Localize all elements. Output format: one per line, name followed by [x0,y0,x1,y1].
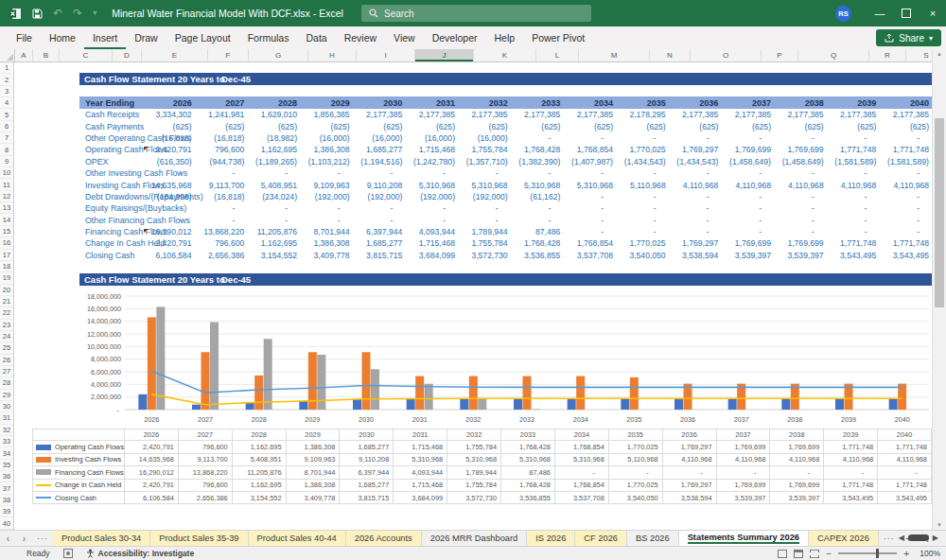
year-header-cell[interactable]: 2031 [405,98,458,108]
value-cell[interactable]: (625) [616,122,669,131]
undo-icon[interactable]: ↶ [53,8,62,19]
more-sheets-icon[interactable]: ··· [879,534,900,543]
value-cell[interactable]: 6,106,584 [142,251,195,260]
value-cell[interactable]: - [616,216,669,225]
row-header-1[interactable]: 1 [0,62,13,74]
value-cell[interactable]: (1,407,987) [563,157,616,166]
value-cell[interactable]: 3,538,594 [669,251,722,260]
value-cell[interactable]: - [511,133,564,143]
value-cell[interactable]: 1,856,385 [300,110,353,119]
macro-record-icon[interactable] [63,549,73,558]
sheet-nav-left-icon[interactable]: ‹ [0,534,16,544]
row-header-36[interactable]: 36 [0,471,13,482]
year-header-cell[interactable]: 2040 [879,98,932,108]
value-cell[interactable]: (192,000) [353,192,406,201]
value-cell[interactable]: - [827,133,880,143]
column-header-P[interactable]: P [762,49,798,61]
value-cell[interactable]: 1,771,748 [879,238,932,248]
sheet-tab-product-sales-30-34[interactable]: Product Sales 30-34 [53,531,150,546]
value-cell[interactable]: 2,656,386 [195,251,248,260]
value-cell[interactable]: 1,768,428 [511,238,564,248]
value-cell[interactable]: - [879,203,932,213]
column-header-M[interactable]: M [579,49,650,61]
year-header-cell[interactable]: 2036 [669,98,722,108]
ribbon-tab-page-layout[interactable]: Page Layout [166,26,239,49]
row-header-16[interactable]: 16 [0,237,13,249]
statement-title-banner[interactable]: Cash Flow Statement 20 Years to Dec-45 [79,73,932,85]
value-cell[interactable]: (1,434,543) [669,157,722,166]
value-cell[interactable]: 14,635,968 [142,181,195,190]
value-cell[interactable]: 2,177,385 [563,110,616,119]
ribbon-tab-file[interactable]: File [8,26,41,49]
value-cell[interactable]: - [405,216,458,225]
row-label[interactable]: Closing Cash [79,251,142,260]
zoom-slider-thumb[interactable] [876,549,879,558]
value-cell[interactable]: - [879,192,932,201]
row-label[interactable]: OPEX [79,157,142,166]
page-break-view-icon[interactable] [810,550,819,558]
value-cell[interactable]: 2,420,791 [142,238,195,248]
page-layout-view-icon[interactable] [794,550,803,558]
zoom-in-icon[interactable]: + [903,549,909,559]
value-cell[interactable]: - [879,133,932,143]
vertical-scroll-thumb[interactable] [935,118,944,307]
value-cell[interactable]: - [774,168,827,178]
row-header-20[interactable]: 20 [0,285,13,296]
ribbon-tab-developer[interactable]: Developer [424,26,486,49]
sheet-tab-product-sales-40-44[interactable]: Product Sales 40-44 [249,531,346,546]
row-header-33[interactable]: 33 [0,436,13,447]
column-header-A[interactable]: A [15,49,33,61]
ribbon-tab-data[interactable]: Data [297,26,335,49]
column-header-L[interactable]: L [536,49,579,61]
select-all-corner[interactable] [0,49,15,61]
value-cell[interactable]: - [563,216,616,225]
hscroll-left-icon[interactable]: ◀ [899,534,904,542]
minimize-button[interactable]: — [867,0,893,26]
value-cell[interactable]: 1,769,297 [669,238,722,248]
value-cell[interactable]: - [458,203,511,213]
year-header-cell[interactable]: 2038 [774,98,827,108]
value-cell[interactable]: 3,543,495 [879,251,932,260]
cashflow-chart[interactable]: 2,000,0004,000,0006,000,0008,000,00010,0… [83,289,932,428]
value-cell[interactable]: 87,486 [511,227,564,236]
row-label[interactable]: Cash Payments [79,122,142,131]
value-cell[interactable]: (625) [142,122,195,131]
value-cell[interactable]: 3,154,552 [247,251,300,260]
value-cell[interactable]: (625) [774,122,827,131]
year-header-cell[interactable]: 2032 [458,98,511,108]
row-header-7[interactable]: 7 [0,132,13,144]
ribbon-tab-help[interactable]: Help [486,26,524,49]
value-cell[interactable]: - [458,168,511,178]
value-cell[interactable]: (1,382,390) [511,157,564,166]
value-cell[interactable]: (625) [511,122,564,131]
value-cell[interactable]: (625) [879,122,932,131]
value-cell[interactable]: - [353,203,406,213]
value-cell[interactable]: - [669,216,722,225]
row-header-14[interactable]: 14 [0,214,13,225]
value-cell[interactable]: 1,386,308 [300,238,353,248]
value-cell[interactable]: 796,600 [195,238,248,248]
sheet-tab-2026-accounts[interactable]: 2026 Accounts [346,531,422,546]
vertical-scrollbar[interactable]: ▲ ▼ [932,49,946,530]
value-cell[interactable]: 1,769,699 [721,145,774,154]
value-cell[interactable]: 3,543,495 [827,251,880,260]
value-cell[interactable]: - [563,168,616,178]
year-header-cell[interactable]: 2028 [247,98,300,108]
column-header-E[interactable]: E [142,49,208,61]
value-cell[interactable]: (16,000) [353,133,406,143]
value-cell[interactable]: - [721,227,774,236]
value-cell[interactable]: (625) [669,122,722,131]
value-cell[interactable]: 1,769,699 [774,238,827,248]
value-cell[interactable]: 1,769,699 [721,238,774,248]
value-cell[interactable]: 5,110,968 [616,181,669,190]
value-cell[interactable]: 2,177,385 [774,110,827,119]
row-header-30[interactable]: 30 [0,401,13,412]
close-button[interactable]: × [920,0,946,26]
value-cell[interactable]: (192,000) [300,192,353,201]
column-header-H[interactable]: H [308,49,357,61]
value-cell[interactable]: - [247,216,300,225]
value-cell[interactable]: - [616,133,669,143]
value-cell[interactable]: - [353,168,406,178]
value-cell[interactable]: 4,110,968 [879,181,932,190]
value-cell[interactable]: - [669,168,722,178]
